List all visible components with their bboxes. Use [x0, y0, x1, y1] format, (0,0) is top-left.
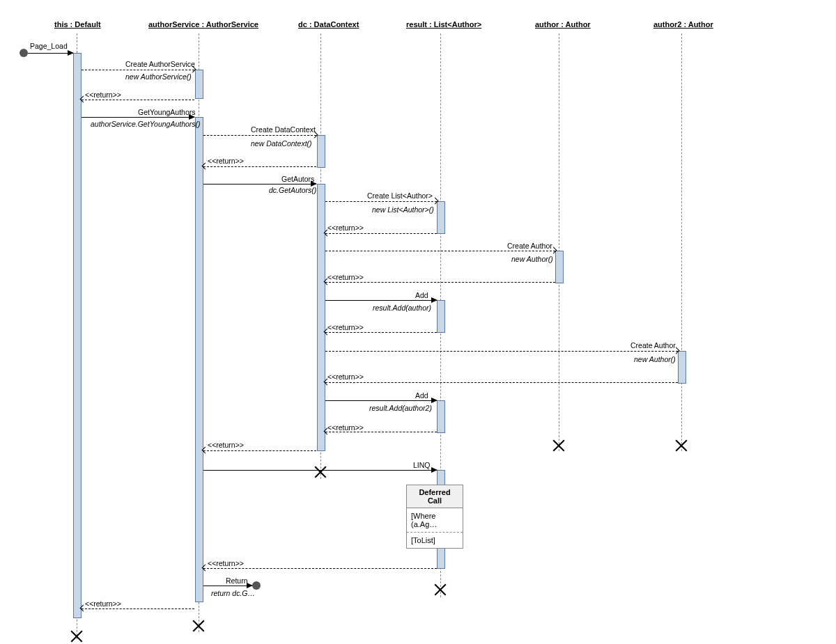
label-return-8: <<return>> [208, 441, 244, 449]
participant-author2: author2 : Author [648, 17, 719, 31]
label-return-word: Return [226, 576, 248, 585]
sequence-diagram: this : Default authorService : AuthorSer… [7, 7, 829, 641]
arrow-create-datacontext [203, 135, 316, 136]
lifeline-author2 [681, 33, 682, 451]
label-return-7: <<return>> [327, 423, 364, 432]
deferred-title: Deferred Call [407, 485, 463, 508]
arrow-return-10 [82, 608, 194, 609]
label-return-1: <<return>> [85, 91, 121, 99]
deferred-tolist: [ToList] [407, 533, 463, 548]
arrow-return-8 [203, 450, 316, 451]
arrow-return-2 [203, 166, 316, 167]
arrow-get-autors [203, 184, 316, 184]
arrow-add-1 [325, 300, 437, 301]
destroy-authorservice [192, 620, 205, 632]
label-new-datacontext: new DataContext() [251, 139, 312, 148]
arrow-add-2 [325, 400, 437, 401]
participant-author: author : Author [529, 17, 596, 31]
activation-authorservice-2 [195, 117, 203, 602]
destroy-result [434, 583, 447, 596]
arrow-return-5 [325, 332, 437, 333]
arrow-create-author-2 [325, 351, 678, 352]
label-result-add-author: result.Add(author) [373, 304, 431, 312]
label-return-5: <<return>> [327, 323, 364, 331]
arrow-return-9 [203, 568, 437, 569]
deferred-call-box: Deferred Call [Where (a.Ag… [ToList] [406, 485, 463, 549]
participant-dc: dc : DataContext [293, 17, 364, 31]
label-return-2: <<return>> [208, 157, 244, 165]
label-new-authorservice: new AuthorService() [125, 72, 192, 81]
activation-dc-1 [317, 135, 325, 168]
label-return-6: <<return>> [327, 372, 364, 381]
participant-this: this : Default [49, 17, 107, 31]
destroy-author2 [675, 439, 688, 452]
activation-result-1 [437, 201, 445, 234]
label-page-load: Page_Load [30, 42, 68, 50]
label-new-list-author: new List<Author>() [372, 205, 434, 214]
arrow-return-final-short [203, 586, 252, 586]
activation-dc-2 [317, 184, 325, 451]
destroy-author [552, 439, 565, 452]
participant-result: result : List<Author> [401, 17, 487, 31]
activation-author-1 [555, 251, 564, 283]
label-linq: LINQ [413, 461, 431, 469]
label-return-4: <<return>> [327, 273, 364, 281]
arrow-get-young-authors [82, 117, 194, 118]
arrow-return-1 [82, 100, 194, 100]
label-create-authorservice: Create AuthorService [125, 60, 195, 68]
activation-author2-1 [678, 351, 686, 384]
label-create-author: Create Author [507, 242, 552, 250]
arrow-return-7 [325, 432, 437, 432]
arrow-create-author [325, 251, 555, 251]
label-get-young-authors-call: authorService.GetYoungAuthors() [91, 120, 201, 128]
label-create-list-author: Create List<Author> [367, 191, 433, 200]
activation-this [73, 53, 82, 618]
lifeline-author [559, 33, 559, 451]
label-create-author-2: Create Author [630, 341, 676, 350]
label-new-author-2: new Author() [634, 355, 676, 363]
label-result-add-author2: result.Add(author2) [369, 404, 432, 412]
activation-result-2 [437, 300, 445, 333]
label-add-1: Add [415, 291, 428, 299]
label-add-2: Add [415, 391, 428, 400]
label-return-10: <<return>> [85, 599, 121, 608]
label-return-dc: return dc.G… [211, 589, 255, 597]
label-return-9: <<return>> [208, 559, 244, 567]
arrow-create-authorservice [82, 70, 194, 70]
start-dot [20, 49, 28, 57]
end-dot [252, 581, 261, 590]
destroy-dc [314, 466, 327, 478]
arrow-return-6 [325, 382, 678, 383]
label-dc-getautors: dc.GetAutors() [269, 186, 316, 194]
activation-authorservice-1 [195, 70, 203, 99]
label-get-young-authors: GetYoungAuthors [138, 108, 196, 116]
label-return-3: <<return>> [327, 223, 364, 232]
arrow-create-list-author [325, 201, 437, 202]
participant-authorservice: authorService : AuthorService [143, 17, 264, 31]
arrow-page-load [28, 53, 73, 54]
arrow-return-4 [325, 282, 555, 283]
arrow-return-3 [325, 233, 437, 234]
label-get-autors: GetAutors [281, 175, 314, 183]
deferred-where: [Where (a.Ag… [407, 508, 463, 532]
destroy-this [70, 630, 83, 643]
activation-result-3 [437, 400, 445, 433]
label-create-datacontext: Create DataContext [251, 125, 316, 134]
label-new-author: new Author() [511, 255, 553, 263]
